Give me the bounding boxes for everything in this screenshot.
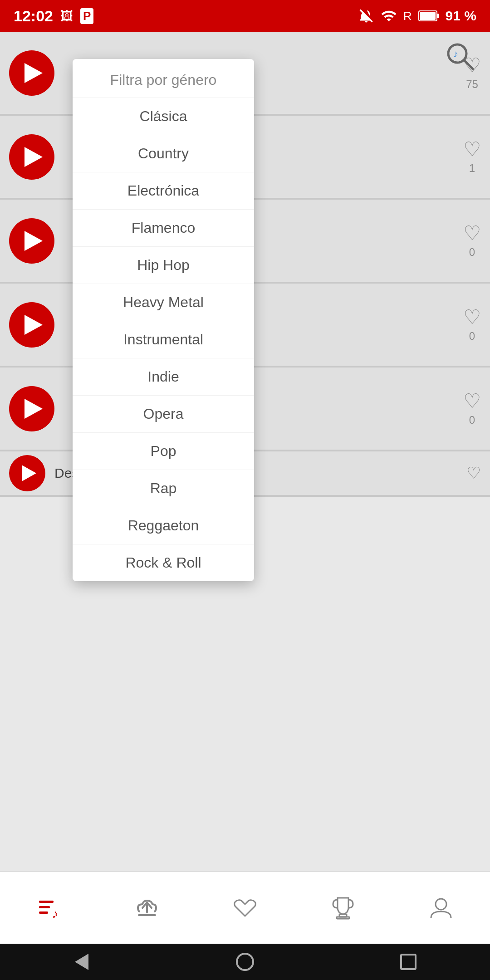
home-circle-icon: [236, 953, 254, 971]
upload-icon: [133, 894, 161, 921]
profile-icon: [427, 894, 455, 921]
genre-label-reggaeton: Reggaeton: [128, 517, 199, 534]
recents-button[interactable]: [397, 951, 420, 973]
nav-item-profile[interactable]: [427, 894, 455, 921]
nav-item-ranking[interactable]: [329, 894, 357, 921]
nav-item-upload[interactable]: [133, 894, 161, 921]
main-content: ♪ ♡ 75 ♡ 1: [0, 32, 490, 871]
genre-item-opera[interactable]: Opera: [73, 396, 254, 433]
genre-item-rap[interactable]: Rap: [73, 470, 254, 507]
genre-label-flamenco: Flamenco: [132, 220, 196, 236]
svg-rect-7: [39, 901, 54, 903]
battery-icon: [418, 10, 439, 22]
genre-item-pop[interactable]: Pop: [73, 433, 254, 470]
genre-item-flamenco[interactable]: Flamenco: [73, 210, 254, 247]
playlist-icon: ♪: [35, 894, 63, 921]
genre-item-clasica[interactable]: Clásica: [73, 98, 254, 135]
wifi-icon: [381, 8, 397, 24]
nav-item-favorites[interactable]: [231, 894, 259, 921]
recents-square-icon: [400, 954, 416, 970]
genre-label-opera: Opera: [143, 406, 184, 422]
status-bar: 12:02 🖼 P R 91 %: [0, 0, 490, 32]
genre-filter-dropdown[interactable]: Filtra por género Clásica Country Electr…: [73, 59, 254, 581]
svg-rect-8: [39, 906, 50, 908]
status-right: R 91 %: [358, 8, 476, 24]
genre-label-clasica: Clásica: [140, 108, 187, 124]
home-button[interactable]: [234, 951, 256, 973]
svg-rect-3: [420, 12, 436, 20]
battery-percentage: 91 %: [446, 8, 476, 24]
genre-item-rockroll[interactable]: Rock & Roll: [73, 544, 254, 581]
svg-text:♪: ♪: [52, 906, 58, 921]
genre-item-heavymetal[interactable]: Heavy Metal: [73, 284, 254, 321]
status-time: 12:02: [14, 7, 53, 25]
genre-label-country: Country: [138, 145, 189, 162]
genre-item-hiphop[interactable]: Hip Hop: [73, 247, 254, 284]
nav-item-playlist[interactable]: ♪: [35, 894, 63, 921]
trophy-icon: [329, 894, 357, 921]
genre-label-heavymetal: Heavy Metal: [123, 294, 204, 310]
dropdown-header: Filtra por género: [73, 59, 254, 98]
genre-item-reggaeton[interactable]: Reggaeton: [73, 507, 254, 544]
genre-label-rockroll: Rock & Roll: [125, 554, 201, 571]
svg-rect-13: [337, 917, 349, 919]
genre-item-electronica[interactable]: Electrónica: [73, 172, 254, 210]
svg-point-14: [436, 899, 446, 910]
dropdown-title: Filtra por género: [110, 72, 217, 88]
status-left: 12:02 🖼 P: [14, 7, 93, 25]
genre-item-country[interactable]: Country: [73, 135, 254, 172]
back-arrow-icon: [75, 954, 88, 970]
signal-icon: R: [403, 9, 412, 23]
genre-label-electronica: Electrónica: [127, 182, 199, 199]
genre-label-pop: Pop: [151, 443, 176, 459]
parking-icon: P: [80, 8, 93, 24]
favorites-heart-icon: [231, 894, 259, 921]
svg-rect-9: [39, 911, 48, 914]
dropdown-overlay[interactable]: Filtra por género Clásica Country Electr…: [0, 32, 490, 871]
gallery-icon: 🖼: [60, 9, 73, 24]
genre-label-instrumental: Instrumental: [123, 331, 203, 348]
svg-rect-2: [437, 14, 439, 18]
bottom-navigation: ♪: [0, 871, 490, 944]
android-navigation-bar: [0, 944, 490, 980]
genre-item-instrumental[interactable]: Instrumental: [73, 321, 254, 358]
genre-label-rap: Rap: [150, 480, 177, 496]
genre-label-indie: Indie: [147, 368, 179, 385]
genre-item-indie[interactable]: Indie: [73, 358, 254, 396]
back-button[interactable]: [70, 951, 93, 973]
bell-muted-icon: [358, 8, 374, 24]
genre-label-hiphop: Hip Hop: [137, 257, 190, 273]
